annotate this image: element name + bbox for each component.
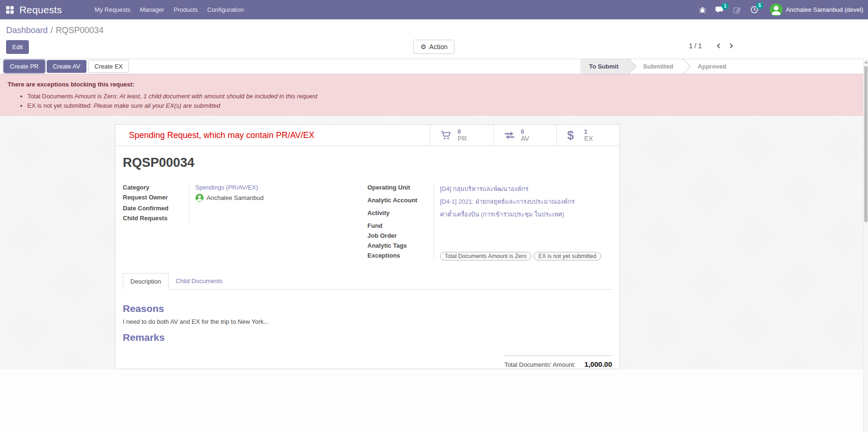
field-value-request-owner[interactable]: Anchalee Samanbud — [207, 194, 264, 201]
nav-item-configuration[interactable]: Configuration — [203, 6, 248, 13]
field-label-analytic-tags: Analytic Tags — [367, 241, 434, 251]
form-header-bar: Create PR Create AV Create EX To Submit … — [0, 59, 868, 74]
alert-list: Total Documents Amount is Zero: At least… — [27, 93, 860, 109]
request-type-banner: Spending Request, which may contain PR/A… — [115, 125, 430, 146]
stat-pr-value: 0 — [458, 129, 467, 135]
alert-item: Total Documents Amount is Zero: At least… — [27, 93, 860, 100]
stat-button-pr[interactable]: 0PR — [430, 125, 493, 146]
vertical-scrollbar[interactable] — [863, 59, 868, 432]
stat-av-label: AV — [521, 135, 529, 142]
field-label-operating-unit: Operating Unit — [367, 182, 434, 195]
notebook-tabs: Description Child Documents — [123, 273, 612, 290]
user-avatar[interactable] — [770, 3, 783, 16]
field-value-operating-unit[interactable]: [D4] กลุ่มบริหารและพัฒนาองค์กร — [440, 185, 528, 192]
field-value-fund — [434, 221, 604, 231]
breadcrumb-separator: / — [48, 26, 56, 35]
scrollbar-thumb[interactable] — [864, 66, 868, 222]
description-tab-content: Reasons I need to do both AV and EX for … — [123, 303, 612, 368]
field-label-analytic-account: Analytic Account — [367, 195, 434, 208]
alert-item: EX is not yet submitted: Please make sur… — [27, 102, 860, 109]
field-value-date-confirmed — [189, 203, 360, 213]
field-value-analytic-account[interactable]: [D4-1] 2021: ฝ่ายกลยุทธ์และการงบประมาณอง… — [440, 198, 575, 205]
field-label-activity: Activity — [367, 208, 434, 221]
debug-bug-icon[interactable] — [699, 6, 706, 14]
breadcrumb-dashboard[interactable]: Dashboard — [6, 26, 48, 35]
app-brand[interactable]: Requests — [19, 4, 62, 16]
total-documents-amount: Total Documents' Amount: 1,000.00 — [504, 355, 612, 368]
field-value-child-requests — [189, 213, 360, 223]
create-av-button[interactable]: Create AV — [47, 60, 86, 73]
reasons-heading: Reasons — [123, 303, 612, 314]
nav-item-products[interactable]: Products — [170, 6, 202, 13]
top-navbar: Requests My Requests Manager Products Co… — [0, 0, 868, 19]
tab-child-documents[interactable]: Child Documents — [169, 273, 230, 289]
create-pr-button[interactable]: Create PR — [4, 60, 45, 73]
cart-icon — [441, 130, 453, 140]
scrollbar-up-arrow-icon[interactable] — [864, 59, 868, 66]
exceptions-alert: There are exceptions blocking this reque… — [0, 74, 868, 116]
field-group-left: Category Spendings (PR/AV/EX) Request Ow… — [123, 182, 367, 262]
stat-pr-label: PR — [458, 135, 467, 142]
activities-badge: 5 — [756, 2, 763, 9]
status-step-to-submit[interactable]: To Submit — [580, 59, 629, 74]
navbar-systray: 1 5 Anchalee Samanbud (devel) — [694, 3, 868, 16]
control-panel: Dashboard/RQSP00034 Edit Action 1 / 1 — [0, 19, 868, 59]
compose-note-icon[interactable] — [733, 6, 741, 14]
pager-previous-icon[interactable] — [715, 42, 723, 50]
field-label-fund: Fund — [367, 221, 434, 231]
total-amount-label: Total Documents' Amount: — [504, 361, 576, 368]
stat-ex-value: 1 — [584, 129, 593, 135]
field-group-right: Operating Unit [D4] กลุ่มบริหารและพัฒนาอ… — [367, 182, 612, 262]
total-amount-value: 1,000.00 — [585, 360, 612, 368]
messages-badge: 1 — [722, 3, 729, 9]
field-value-category[interactable]: Spendings (PR/AV/EX) — [196, 184, 258, 191]
field-groups: Category Spendings (PR/AV/EX) Request Ow… — [123, 182, 612, 262]
stat-button-av[interactable]: 0AV — [493, 125, 556, 146]
exception-tag: EX is not yet submitted — [534, 252, 601, 260]
nav-item-manager[interactable]: Manager — [136, 6, 168, 13]
edit-button[interactable]: Edit — [6, 40, 29, 54]
field-label-request-owner: Request Owner — [123, 192, 189, 203]
pager-value: 1 / 1 — [689, 42, 702, 50]
breadcrumb-current: RQSP00034 — [56, 26, 103, 35]
reasons-text: I need to do both AV and EX for the trip… — [123, 318, 612, 325]
status-step-submitted[interactable]: Submitted — [629, 59, 684, 74]
stat-button-ex[interactable]: $ 1EX — [556, 125, 620, 146]
pager-next-icon[interactable] — [727, 42, 735, 50]
main-menu: My Requests Manager Products Configurati… — [90, 6, 248, 13]
field-label-category: Category — [123, 182, 189, 192]
exception-tags: Total Documents Amount is Zero EX is not… — [440, 252, 605, 260]
owner-avatar — [196, 194, 204, 202]
field-value-job-order — [434, 231, 604, 241]
remarks-heading: Remarks — [123, 332, 612, 343]
create-ex-button[interactable]: Create EX — [88, 60, 129, 73]
field-value-activity[interactable]: ค่าตั๋วเครื่องบิน (การเข้าร่วมประชุม ในป… — [440, 211, 564, 218]
dollar-icon: $ — [567, 129, 579, 142]
stat-buttons: 0PR 0AV $ 1EX — [430, 125, 620, 146]
statusbar: To Submit Submitted Approved — [580, 59, 737, 74]
messages-icon[interactable]: 1 — [715, 6, 724, 14]
exchange-icon — [504, 131, 516, 140]
exception-tag: Total Documents Amount is Zero — [440, 252, 531, 260]
field-label-date-confirmed: Date Confirmed — [123, 203, 189, 213]
field-label-exceptions: Exceptions — [367, 251, 434, 262]
activities-clock-icon[interactable]: 5 — [750, 6, 758, 14]
alert-title: There are exceptions blocking this reque… — [8, 81, 860, 88]
header-buttons: Create PR Create AV Create EX — [0, 60, 129, 73]
stat-av-value: 0 — [521, 129, 529, 135]
record-title: RQSP00034 — [123, 156, 612, 170]
user-menu[interactable]: Anchalee Samanbud (devel) — [786, 6, 863, 13]
tab-description[interactable]: Description — [123, 273, 169, 290]
pager: 1 / 1 — [689, 42, 735, 50]
form-sheet: Spending Request, which may contain PR/A… — [115, 124, 620, 369]
breadcrumb: Dashboard/RQSP00034 — [0, 19, 868, 35]
field-label-child-requests: Child Requests — [123, 213, 189, 223]
apps-grid-icon[interactable] — [6, 6, 14, 14]
nav-item-my-requests[interactable]: My Requests — [90, 6, 135, 13]
field-label-job-order: Job Order — [367, 231, 434, 241]
sheet-header: Spending Request, which may contain PR/A… — [115, 125, 620, 146]
field-value-analytic-tags — [434, 241, 604, 251]
action-button[interactable]: Action — [413, 40, 454, 54]
status-step-approved[interactable]: Approved — [683, 59, 737, 74]
chatter-area — [0, 369, 868, 432]
